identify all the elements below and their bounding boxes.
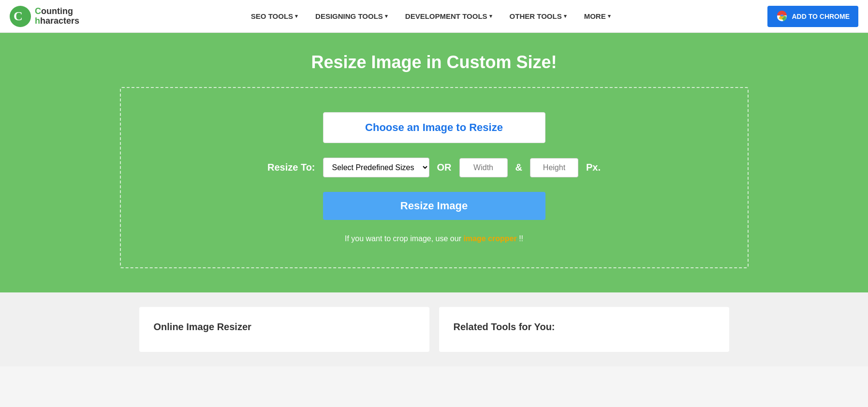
- nav-more[interactable]: MORE ▾: [575, 0, 619, 33]
- nav-seo-tools[interactable]: SEO TOOLS ▾: [242, 0, 307, 33]
- height-input[interactable]: [530, 158, 578, 177]
- nav-designing-tools[interactable]: DESIGNING TOOLS ▾: [307, 0, 397, 33]
- related-tools-card: Related Tools for You:: [439, 307, 729, 352]
- logo-line2: hharacters: [35, 16, 79, 26]
- page-title: Resize Image in Custom Size!: [311, 52, 557, 73]
- or-label: OR: [437, 162, 452, 173]
- seo-tools-arrow-icon: ▾: [295, 13, 298, 19]
- online-image-resizer-card: Online Image Resizer: [139, 307, 429, 352]
- crop-hint: If you want to crop image, use our image…: [345, 234, 523, 243]
- chrome-icon: [776, 11, 788, 22]
- svg-text:C: C: [14, 9, 23, 23]
- nav-dev-tools[interactable]: DEVELOPMENT TOOLS ▾: [397, 0, 501, 33]
- add-to-chrome-button[interactable]: ADD TO CHROME: [767, 6, 858, 27]
- logo[interactable]: C Counting hharacters: [10, 6, 79, 27]
- more-arrow-icon: ▾: [608, 13, 611, 19]
- resize-to-label: Resize To:: [267, 162, 315, 173]
- designing-tools-arrow-icon: ▾: [385, 13, 388, 19]
- navbar: C Counting hharacters SEO TOOLS ▾ DESIGN…: [0, 0, 868, 33]
- hero-section: Resize Image in Custom Size! Choose an I…: [0, 33, 868, 292]
- nav-other-tools[interactable]: OTHER TOOLS ▾: [501, 0, 575, 33]
- dev-tools-arrow-icon: ▾: [489, 13, 492, 19]
- related-tools-title: Related Tools for You:: [454, 321, 715, 333]
- image-cropper-link[interactable]: image cropper: [463, 234, 516, 243]
- logo-text: Counting hharacters: [35, 7, 79, 26]
- tool-box: Choose an Image to Resize Resize To: Sel…: [120, 87, 749, 268]
- width-input[interactable]: [459, 158, 508, 177]
- resize-image-button[interactable]: Resize Image: [323, 192, 545, 220]
- resize-options-row: Resize To: Select Predefined Sizes Faceb…: [267, 158, 601, 177]
- choose-image-button[interactable]: Choose an Image to Resize: [323, 112, 545, 143]
- logo-icon: C: [10, 6, 31, 27]
- px-label: Px.: [586, 162, 601, 173]
- other-tools-arrow-icon: ▾: [564, 13, 567, 19]
- logo-line1: Counting: [35, 7, 79, 16]
- online-image-resizer-title: Online Image Resizer: [154, 321, 415, 333]
- main-nav: SEO TOOLS ▾ DESIGNING TOOLS ▾ DEVELOPMEN…: [94, 0, 767, 33]
- bottom-section: Online Image Resizer Related Tools for Y…: [0, 292, 868, 366]
- and-label: &: [515, 162, 522, 173]
- predefined-sizes-select[interactable]: Select Predefined Sizes Facebook Profile…: [323, 158, 429, 177]
